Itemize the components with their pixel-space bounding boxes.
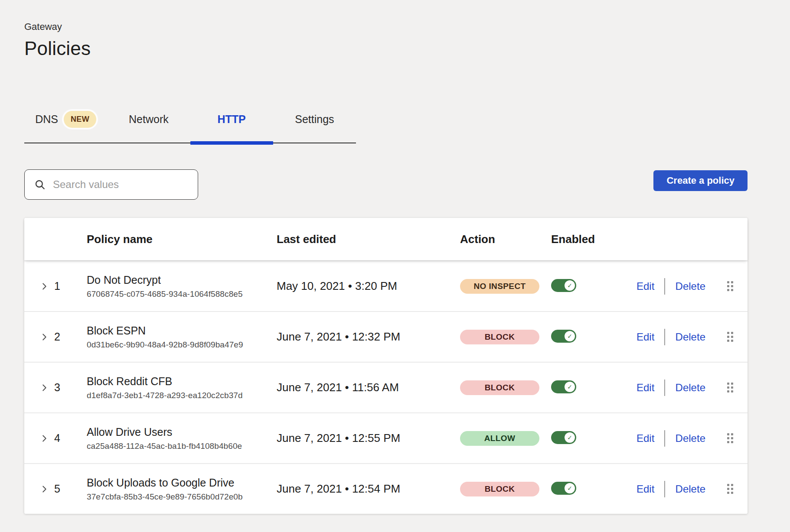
expand-row-button[interactable] — [39, 282, 49, 291]
tab-http-label: HTTP — [217, 113, 245, 126]
policy-name: Allow Drive Users — [87, 426, 277, 438]
action-badge: BLOCK — [460, 330, 539, 344]
policies-table: Policy name Last edited Action Enabled 1… — [24, 218, 748, 514]
policy-name: Block Uploads to Google Drive — [87, 477, 277, 489]
last-edited: June 7, 2021 • 11:56 AM — [277, 381, 460, 394]
table-row: 5 Block Uploads to Google Drive 37e7cbfa… — [24, 463, 748, 514]
header-enabled: Enabled — [551, 233, 637, 246]
toggle-check-icon: ✓ — [565, 483, 575, 493]
search-input[interactable] — [53, 178, 192, 191]
toolbar: Create a policy — [24, 169, 748, 200]
table-row: 3 Block Reddit CFB d1ef8a7d-3eb1-4728-a2… — [24, 362, 748, 412]
header-policy-name: Policy name — [87, 233, 277, 246]
table-header-row: Policy name Last edited Action Enabled — [24, 218, 748, 260]
delete-link[interactable]: Delete — [676, 331, 705, 343]
table-row: 1 Do Not Decrypt 67068745-c075-4685-934a… — [24, 260, 748, 311]
toggle-check-icon: ✓ — [565, 382, 575, 392]
tab-dns-label: DNS — [35, 113, 58, 126]
chevron-right-icon — [39, 282, 49, 291]
header-last-edited: Last edited — [277, 233, 460, 246]
tab-http[interactable]: HTTP — [190, 96, 273, 143]
edit-link[interactable]: Edit — [637, 280, 654, 292]
row-number: 5 — [54, 483, 87, 495]
chevron-right-icon — [39, 434, 49, 443]
breadcrumb: Gateway — [24, 21, 748, 33]
gateway-policies-page: Gateway Policies DNS NEW Network HTTP Se… — [24, 0, 748, 514]
delete-link[interactable]: Delete — [676, 432, 705, 444]
tab-settings-label: Settings — [295, 113, 334, 126]
edit-link[interactable]: Edit — [637, 432, 654, 444]
header-action: Action — [460, 233, 551, 246]
search-icon — [34, 179, 46, 190]
last-edited: June 7, 2021 • 12:54 PM — [277, 482, 460, 496]
policy-name: Block ESPN — [87, 324, 277, 337]
drag-handle-icon[interactable] — [727, 433, 735, 443]
tab-network[interactable]: Network — [107, 96, 190, 143]
row-number: 4 — [54, 432, 87, 444]
edit-link[interactable]: Edit — [637, 331, 654, 343]
policy-name: Block Reddit CFB — [87, 375, 277, 388]
expand-row-button[interactable] — [39, 332, 49, 342]
edit-link[interactable]: Edit — [637, 483, 654, 495]
tab-dns[interactable]: DNS NEW — [24, 96, 107, 143]
drag-handle-icon[interactable] — [727, 332, 735, 342]
expand-row-button[interactable] — [39, 434, 49, 443]
policy-uuid: ca25a488-112a-45ac-ba1b-fb4108b4b60e — [87, 441, 277, 451]
tab-settings[interactable]: Settings — [273, 96, 356, 143]
action-badge: BLOCK — [460, 482, 539, 496]
link-divider — [664, 278, 665, 295]
enabled-toggle[interactable]: ✓ — [551, 431, 576, 444]
create-policy-button[interactable]: Create a policy — [653, 170, 748, 191]
row-number: 2 — [54, 331, 87, 343]
expand-row-button[interactable] — [39, 484, 49, 494]
expand-row-button[interactable] — [39, 383, 49, 393]
tab-network-label: Network — [129, 113, 169, 126]
last-edited: May 10, 2021 • 3:20 PM — [277, 279, 460, 293]
table-row: 2 Block ESPN 0d31be6c-9b90-48a4-92b8-9d8… — [24, 311, 748, 362]
table-body: 1 Do Not Decrypt 67068745-c075-4685-934a… — [24, 260, 748, 514]
link-divider — [664, 380, 665, 396]
link-divider — [664, 481, 665, 497]
new-badge: NEW — [64, 111, 96, 128]
last-edited: June 7, 2021 • 12:55 PM — [277, 431, 460, 445]
toggle-check-icon: ✓ — [565, 280, 575, 291]
action-badge: BLOCK — [460, 380, 539, 395]
row-number: 1 — [54, 280, 87, 292]
policy-uuid: 37e7cbfa-85b3-45ce-9e89-7656b0d72e0b — [87, 492, 277, 502]
page-title: Policies — [24, 37, 748, 60]
policy-name: Do Not Decrypt — [87, 274, 277, 286]
search-box[interactable] — [24, 169, 198, 200]
drag-handle-icon[interactable] — [727, 281, 735, 291]
policy-uuid: 0d31be6c-9b90-48a4-92b8-9d8f09ba47e9 — [87, 340, 277, 350]
action-badge: ALLOW — [460, 431, 539, 446]
enabled-toggle[interactable]: ✓ — [551, 380, 576, 393]
toggle-check-icon: ✓ — [565, 432, 575, 443]
drag-handle-icon[interactable] — [727, 484, 735, 494]
edit-link[interactable]: Edit — [637, 382, 654, 394]
enabled-toggle[interactable]: ✓ — [551, 330, 576, 343]
delete-link[interactable]: Delete — [676, 382, 705, 394]
drag-handle-icon[interactable] — [727, 383, 735, 393]
chevron-right-icon — [39, 484, 49, 494]
row-number: 3 — [54, 381, 87, 394]
enabled-toggle[interactable]: ✓ — [551, 482, 576, 495]
link-divider — [664, 329, 665, 345]
link-divider — [664, 430, 665, 447]
policy-uuid: 67068745-c075-4685-934a-1064f588c8e5 — [87, 289, 277, 299]
tab-bar: DNS NEW Network HTTP Settings — [24, 96, 356, 143]
policy-uuid: d1ef8a7d-3eb1-4728-a293-ea120c2cb37d — [87, 391, 277, 400]
chevron-right-icon — [39, 332, 49, 342]
toggle-check-icon: ✓ — [565, 331, 575, 341]
action-badge: NO INSPECT — [460, 279, 539, 294]
enabled-toggle[interactable]: ✓ — [551, 279, 576, 292]
last-edited: June 7, 2021 • 12:32 PM — [277, 330, 460, 344]
delete-link[interactable]: Delete — [676, 280, 705, 292]
delete-link[interactable]: Delete — [676, 483, 705, 495]
table-row: 4 Allow Drive Users ca25a488-112a-45ac-b… — [24, 412, 748, 463]
chevron-right-icon — [39, 383, 49, 393]
